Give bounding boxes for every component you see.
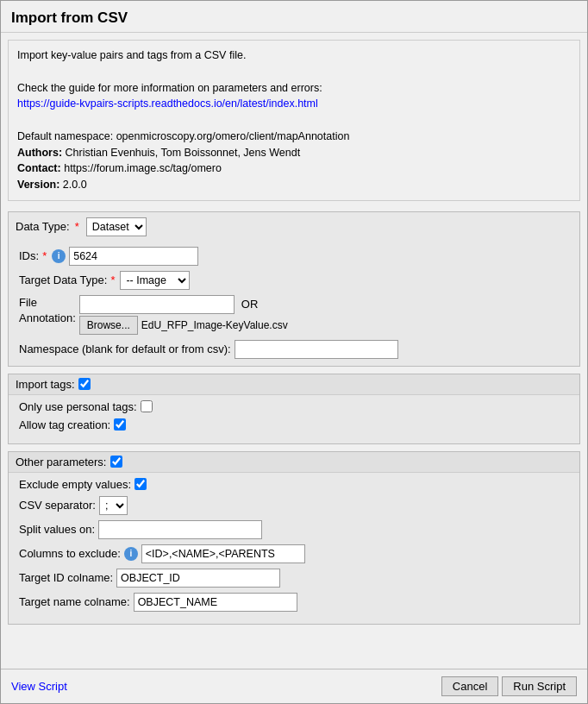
- namespace-input[interactable]: [235, 340, 398, 359]
- desc-line2: Check the guide for more information on …: [17, 80, 571, 97]
- import-tags-section: Import tags: Only use personal tags: All…: [8, 374, 580, 444]
- allow-creation-label: Allow tag creation:: [19, 418, 110, 431]
- ids-info-icon[interactable]: i: [52, 249, 66, 263]
- bottom-buttons: Cancel Run Script: [441, 676, 577, 696]
- version-value: 2.0.0: [59, 179, 86, 191]
- or-text: OR: [241, 298, 259, 311]
- data-type-required: *: [75, 220, 79, 233]
- title-bar: Import from CSV: [1, 1, 587, 33]
- csv-separator-row: CSV separator: ; , \t: [19, 496, 569, 515]
- exclude-empty-label: Exclude empty values:: [19, 478, 131, 491]
- data-type-label: Data Type:: [16, 220, 70, 233]
- personal-tags-row: Only use personal tags:: [19, 400, 569, 413]
- bottom-bar: View Script Cancel Run Script: [1, 669, 587, 703]
- target-data-type-required: *: [110, 273, 115, 286]
- browse-button[interactable]: Browse...: [79, 316, 138, 335]
- authors-label: Authors:: [17, 147, 62, 159]
- import-tags-header: Import tags:: [9, 374, 579, 395]
- import-tags-label: Import tags:: [16, 378, 75, 391]
- file-annotation-row: File Annotation: OR Browse... EdU_RFP_Im…: [19, 295, 569, 335]
- desc-line1: Import key-value pairs and tags from a C…: [17, 47, 571, 64]
- target-id-colname-label: Target ID colname:: [19, 571, 113, 584]
- file-annotation-input[interactable]: [79, 295, 235, 314]
- run-script-button[interactable]: Run Script: [502, 676, 577, 696]
- split-values-input[interactable]: [98, 520, 262, 539]
- allow-creation-row: Allow tag creation:: [19, 418, 569, 431]
- exclude-empty-row: Exclude empty values:: [19, 478, 569, 491]
- columns-exclude-input[interactable]: [141, 544, 305, 563]
- data-type-select[interactable]: Dataset Image Project Screen Plate Well: [86, 217, 147, 236]
- target-name-colname-label: Target name colname:: [19, 595, 130, 608]
- file-annotation-area: OR Browse... EdU_RFP_Image-KeyValue.csv: [79, 295, 288, 335]
- dialog: Import from CSV Import key-value pairs a…: [0, 0, 588, 704]
- version-line: Version: 2.0.0: [17, 177, 571, 193]
- ids-required: *: [42, 249, 47, 262]
- data-type-row: Data Type: * Dataset Image Project Scree…: [9, 212, 579, 242]
- view-script-link[interactable]: View Script: [11, 680, 67, 693]
- desc-line3: Default namespace: openmicroscopy.org/om…: [17, 129, 571, 145]
- data-type-body: IDs: * i Target Data Type: * -- Image --…: [9, 242, 579, 366]
- import-tags-body: Only use personal tags: Allow tag creati…: [9, 395, 579, 443]
- authors-value: Christian Evenhuis, Tom Boissonnet, Jens…: [62, 147, 300, 159]
- target-data-type-select[interactable]: -- Image -- Dataset -- Well: [120, 271, 190, 290]
- cancel-button[interactable]: Cancel: [441, 676, 498, 696]
- allow-creation-checkbox[interactable]: [114, 418, 126, 431]
- personal-tags-checkbox[interactable]: [141, 400, 153, 412]
- columns-exclude-label: Columns to exclude:: [19, 547, 121, 560]
- contact-label: Contact:: [17, 162, 61, 174]
- target-id-colname-input[interactable]: [116, 569, 280, 588]
- split-values-label: Split values on:: [19, 523, 95, 536]
- target-data-type-label: Target Data Type:: [19, 273, 107, 286]
- file-browse-row: Browse... EdU_RFP_Image-KeyValue.csv: [79, 316, 288, 335]
- target-name-colname-input[interactable]: [134, 593, 297, 612]
- columns-exclude-row: Columns to exclude: i: [19, 544, 569, 563]
- file-annotation-label: File Annotation:: [19, 295, 76, 326]
- ids-input[interactable]: [69, 247, 198, 266]
- data-type-section: Data Type: * Dataset Image Project Scree…: [8, 211, 580, 367]
- target-name-colname-row: Target name colname:: [19, 593, 569, 612]
- personal-tags-label: Only use personal tags:: [19, 400, 137, 413]
- ids-label: IDs:: [19, 249, 39, 262]
- file-name: EdU_RFP_Image-KeyValue.csv: [141, 319, 288, 331]
- contact-value: https://forum.image.sc/tag/omero: [61, 162, 222, 174]
- target-id-colname-row: Target ID colname:: [19, 569, 569, 588]
- version-label: Version:: [17, 179, 59, 191]
- authors-line: Authors: Christian Evenhuis, Tom Boisson…: [17, 145, 571, 161]
- csv-separator-select[interactable]: ; , \t: [99, 496, 128, 515]
- other-params-label: Other parameters:: [16, 456, 107, 468]
- other-params-section: Other parameters: Exclude empty values: …: [8, 451, 580, 625]
- other-params-checkbox[interactable]: [110, 456, 122, 468]
- page-title: Import from CSV: [11, 9, 577, 27]
- description-box: Import key-value pairs and tags from a C…: [8, 40, 580, 201]
- spacer: [1, 628, 587, 669]
- guide-link[interactable]: https://guide-kvpairs-scripts.readthedoc…: [17, 97, 318, 110]
- contact-line: Contact: https://forum.image.sc/tag/omer…: [17, 160, 571, 177]
- namespace-row: Namespace (blank for default or from csv…: [19, 340, 569, 359]
- columns-exclude-info-icon[interactable]: i: [124, 547, 138, 561]
- import-tags-checkbox[interactable]: [78, 378, 91, 390]
- target-data-type-row: Target Data Type: * -- Image -- Dataset …: [19, 271, 569, 290]
- exclude-empty-checkbox[interactable]: [134, 478, 147, 490]
- other-params-header: Other parameters:: [9, 452, 579, 473]
- namespace-label: Namespace (blank for default or from csv…: [19, 343, 231, 355]
- csv-separator-label: CSV separator:: [19, 499, 96, 512]
- split-values-row: Split values on:: [19, 520, 569, 539]
- other-params-body: Exclude empty values: CSV separator: ; ,…: [9, 473, 579, 624]
- file-input-row: OR: [79, 295, 288, 314]
- ids-row: IDs: * i: [19, 247, 569, 266]
